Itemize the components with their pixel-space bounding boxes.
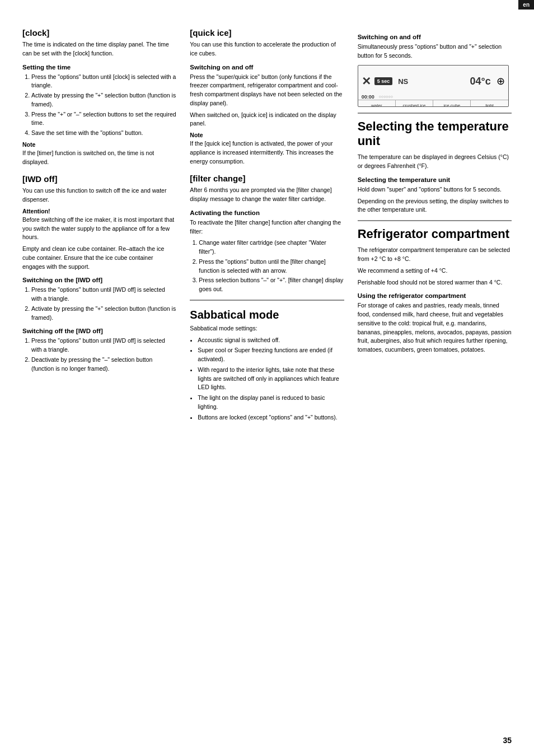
col3-switching-title: Switching on and off: [358, 34, 512, 40]
quick-ice-note: If the [quick ice] function is activated…: [190, 139, 344, 166]
page: en [clock] The time is indicated on the …: [0, 0, 534, 756]
column-1: [clock] The time is indicated on the tim…: [22, 28, 176, 424]
selecting-temp-section: Selecting the temperature unit The tempe…: [358, 119, 512, 215]
display-bottom-row: water crushed ice ice cube light: [358, 100, 508, 107]
selecting-temp-unit-text: Hold down "super" and "options" buttons …: [358, 185, 512, 194]
note-label: Note: [22, 141, 176, 148]
activating-title: Activating the function: [190, 209, 344, 216]
light-label: light: [471, 100, 508, 107]
iwd-attention: Before switching off the ice maker, it i…: [22, 216, 176, 242]
list-item: Press the "options" button until [IWD of…: [31, 286, 176, 304]
selecting-temp-intro: The temperature can be displayed in degr…: [358, 153, 512, 171]
list-item: Accoustic signal is switched off.: [198, 336, 344, 345]
column-3: Switching on and off Simultaneously pres…: [358, 28, 512, 424]
list-item: The light on the display panel is reduce…: [198, 394, 344, 412]
x-icon: ✕: [362, 74, 371, 88]
using-title: Using the refrigerator compartment: [358, 292, 512, 299]
switching-on-iwd-steps: Press the "options" button until [IWD of…: [22, 286, 176, 322]
list-item: Change water filter cartridge (see chapt…: [199, 239, 344, 256]
crushed-ice-label: crushed ice: [396, 100, 433, 107]
switching-on-iwd-title: Switching on the [IWD off]: [22, 277, 176, 283]
divider-2: [358, 113, 512, 114]
switching-off-iwd-title: Switching off the [IWD off]: [22, 328, 176, 334]
selecting-temp-title: Selecting the temperature unit: [358, 119, 512, 149]
refrigerator-section: Refrigerator compartment The refrigerato…: [358, 227, 512, 354]
using-text: For storage of cakes and pastries, ready…: [358, 301, 512, 354]
temp-display: 04°c: [470, 76, 490, 87]
selecting-temp-unit-note: Depending on the previous setting, the d…: [358, 197, 512, 215]
activating-steps: Change water filter cartridge (see chapt…: [190, 239, 344, 294]
clock-title: [clock]: [22, 28, 176, 38]
switched-on-text: When switched on, [quick ice] is indicat…: [190, 111, 344, 129]
switching-off-iwd-steps: Press the "options" button until [IWD of…: [22, 337, 176, 373]
page-number: 35: [503, 736, 512, 745]
list-item: Activate by pressing the "+" selection b…: [31, 305, 176, 323]
divider: [190, 300, 344, 301]
quick-ice-title: [quick ice]: [190, 28, 344, 38]
refrigerator-perishable: Perishable food should not be stored war…: [358, 278, 512, 287]
display-panel-image: ✕ 5 sec NS 04°c ⊕ 00:00 ○○○○○○ water cru…: [358, 65, 509, 107]
refrigerator-title: Refrigerator compartment: [358, 227, 512, 241]
selecting-temp-unit-title: Selecting the temperature unit: [358, 176, 512, 183]
list-item: Save the set time with the "options" but…: [31, 129, 176, 138]
note-label-2: Note: [190, 132, 344, 138]
filter-change-intro: After 6 months you are prompted via the …: [190, 186, 344, 204]
refrigerator-intro: The refrigerator compartment temperature…: [358, 246, 512, 264]
clock-intro: The time is indicated on the time displa…: [22, 40, 176, 58]
quick-ice-intro: You can use this function to accelerate …: [190, 40, 344, 58]
sabbatical-intro: Sabbatical mode settings:: [190, 324, 344, 333]
list-item: Activate by pressing the "+" selection b…: [31, 91, 176, 109]
list-item: Press the "options" button until [IWD of…: [31, 337, 176, 354]
switching-on-off-text: Press the "super/quick ice" button (only…: [190, 73, 344, 108]
list-item: Super cool or Super freezing functions a…: [198, 346, 344, 364]
setting-time-title: Setting the time: [22, 64, 176, 71]
iwd-title: [IWD off]: [22, 174, 176, 184]
list-item: Buttons are locked (except "options" and…: [198, 413, 344, 422]
ns-label: NS: [398, 77, 408, 86]
language-badge: en: [518, 0, 534, 10]
col3-switching-text: Simultaneously press "options" button an…: [358, 43, 512, 60]
list-item: Press selection buttons "–" or "+". [fil…: [199, 276, 344, 294]
iwd-attention2: Empty and clean ice cube container. Re–a…: [22, 245, 176, 271]
column-2: [quick ice] You can use this function to…: [190, 28, 344, 424]
time-display: 00:00: [362, 94, 374, 100]
refrigerator-recommend: We recommend a setting of +4 °C.: [358, 267, 512, 276]
activating-intro: To reactivate the [filter change] functi…: [190, 218, 344, 236]
divider-3: [358, 220, 512, 221]
sabbatical-list: Accoustic signal is switched off. Super …: [190, 336, 344, 422]
sabbatical-title: Sabbatical mode: [190, 309, 344, 321]
list-item: Press the "options" button until the [fi…: [199, 258, 344, 276]
list-item: With regard to the interior lights, take…: [198, 366, 344, 392]
list-item: Deactivate by pressing the "–" selection…: [31, 356, 176, 374]
setting-time-steps: Press the "options" button until [clock]…: [22, 73, 176, 138]
list-item: Press the "+" or "–" selection buttons t…: [31, 110, 176, 128]
iwd-intro: You can use this function to switch off …: [22, 186, 176, 204]
switching-on-off-title: Switching on and off: [190, 64, 344, 71]
ice-cube-label: ice cube: [433, 100, 471, 107]
list-item: Press the "options" button until [clock]…: [31, 73, 176, 91]
attention-label: Attention!: [22, 208, 176, 214]
clock-note: If the [timer] function is switched on, …: [22, 149, 176, 167]
filter-change-title: [filter change]: [190, 174, 344, 183]
water-label: water: [358, 100, 396, 107]
five-sec-label: 5 sec: [374, 77, 393, 85]
